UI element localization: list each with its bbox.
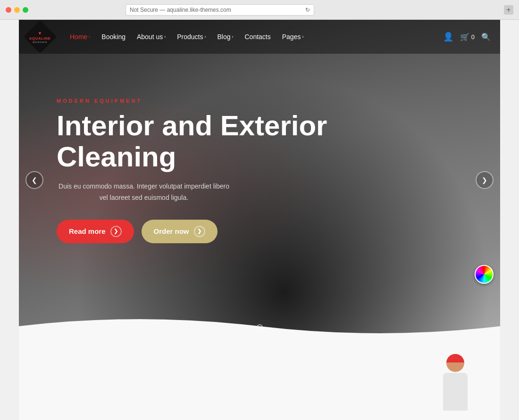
nav-item-contacts[interactable]: Contacts [240, 30, 276, 43]
logo-sub-text: autocare [29, 41, 51, 43]
nav-booking-label: Booking [101, 33, 126, 41]
search-icon[interactable]: 🔍 [481, 33, 491, 41]
logo[interactable]: ▼ AQUALINE autocare [28, 25, 52, 49]
logo-droplet-icon: ▼ [29, 31, 51, 36]
cart-count: 0 [471, 33, 475, 41]
address-bar[interactable]: Not Secure — aqualine.like-themes.com ↻ [126, 4, 314, 16]
navbar: ▼ AQUALINE autocare Home › Booking About… [19, 20, 500, 54]
nav-about-label: About us [137, 33, 163, 41]
prev-arrow-icon: ❮ [32, 176, 37, 184]
browser-chrome: Not Secure — aqualine.like-themes.com ↻ … [0, 0, 519, 20]
slider-next-button[interactable]: ❯ [476, 171, 494, 189]
nav-blog-label: Blog [217, 33, 230, 41]
order-now-label: Order now [154, 227, 189, 235]
read-more-label: Read more [69, 227, 106, 235]
chevron-pages-icon: › [302, 34, 303, 39]
user-icon[interactable]: 👤 [443, 32, 453, 42]
traffic-light-red[interactable] [6, 7, 11, 13]
worker-head [446, 354, 464, 372]
slider-prev-button[interactable]: ❮ [25, 171, 43, 189]
worker-body [443, 373, 468, 411]
website-container: ▼ AQUALINE autocare Home › Booking About… [19, 20, 500, 420]
nav-menu: Home › Booking About us › Products › Blo… [65, 30, 443, 43]
nav-item-booking[interactable]: Booking [97, 30, 130, 43]
nav-item-about[interactable]: About us › [132, 30, 170, 43]
nav-item-products[interactable]: Products › [172, 30, 210, 43]
order-now-button[interactable]: Order now ❯ [142, 220, 218, 243]
chevron-down-icon: › [89, 34, 90, 39]
hero-subtitle: MODERN EQUIPMENT [57, 98, 462, 104]
read-more-icon: ❯ [110, 226, 122, 237]
color-wheel-widget[interactable] [475, 265, 494, 284]
nav-products-label: Products [177, 33, 203, 41]
chevron-blog-icon: › [232, 34, 234, 39]
order-now-icon: ❯ [194, 226, 205, 237]
traffic-lights [6, 7, 28, 13]
hero-content: MODERN EQUIPMENT Interior and Exterior C… [19, 20, 500, 340]
traffic-light-green[interactable] [23, 7, 28, 13]
worker-figure [434, 354, 477, 420]
nav-home-label: Home [70, 33, 87, 41]
chevron-products-icon: › [204, 34, 206, 39]
refresh-icon[interactable]: ↻ [305, 7, 310, 13]
nav-pages-label: Pages [282, 33, 301, 41]
below-fold-section [19, 340, 500, 420]
chevron-about-icon: › [164, 34, 166, 39]
hero-description: Duis eu commodo massa. Integer volutpat … [57, 181, 231, 204]
cart-button[interactable]: 🛒 0 [460, 33, 475, 41]
read-more-button[interactable]: Read more ❯ [57, 220, 134, 243]
hero-title: Interior and Exterior Cleaning [57, 110, 340, 173]
new-tab-button[interactable]: + [504, 5, 513, 15]
next-arrow-icon: ❯ [482, 176, 487, 184]
scroll-down-indicator[interactable]: ⊙ [256, 321, 264, 333]
nav-contacts-label: Contacts [245, 33, 271, 41]
nav-icons: 👤 🛒 0 🔍 [443, 32, 491, 42]
cart-icon: 🛒 [460, 33, 469, 41]
url-text: Not Secure — aqualine.like-themes.com [130, 7, 231, 13]
nav-item-pages[interactable]: Pages › [277, 30, 309, 43]
nav-item-blog[interactable]: Blog › [212, 30, 238, 43]
hero-section: ▼ AQUALINE autocare Home › Booking About… [19, 20, 500, 340]
logo-brand-text: AQUALINE [29, 36, 51, 41]
hero-buttons: Read more ❯ Order now ❯ [57, 220, 462, 243]
nav-item-home[interactable]: Home › [65, 30, 95, 43]
traffic-light-yellow[interactable] [14, 7, 20, 13]
worker-cap [446, 354, 464, 362]
